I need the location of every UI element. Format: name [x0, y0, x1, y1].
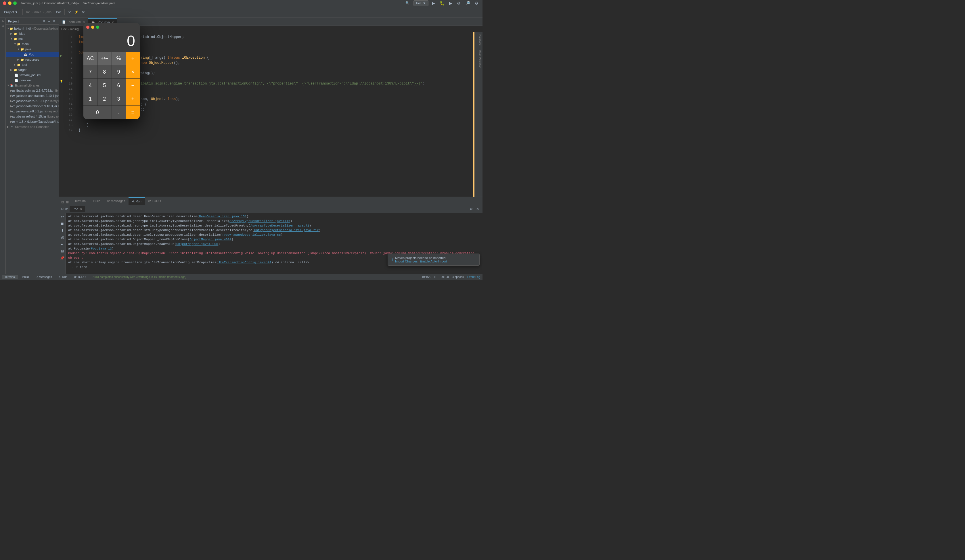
sync-btn[interactable]: ⟳	[67, 10, 72, 14]
run-poc-tab[interactable]: Poc ✕	[70, 206, 85, 212]
rerun-btn[interactable]: ↩	[61, 214, 64, 219]
tree-item-poc[interactable]: ☕ Poc	[6, 52, 59, 57]
calc-decimal-btn[interactable]: .	[112, 106, 126, 119]
gear-btn[interactable]: ⚙	[81, 10, 86, 14]
pin-btn[interactable]: 📌	[59, 256, 65, 261]
calc-close-btn[interactable]	[86, 26, 90, 29]
tree-item-ext-libs[interactable]: ▼ 📚 External Libraries	[6, 83, 59, 88]
settings-button[interactable]: ⚙	[474, 0, 479, 7]
calc-2-btn[interactable]: 2	[98, 92, 111, 106]
print-btn[interactable]: 🖨	[60, 235, 65, 240]
calc-equals-btn[interactable]: =	[126, 106, 140, 119]
calc-ac-btn[interactable]: AC	[83, 52, 97, 65]
calc-plus-btn[interactable]: +	[126, 92, 140, 106]
calc-divide-btn[interactable]: ÷	[126, 52, 140, 65]
calc-7-btn[interactable]: 7	[83, 65, 97, 78]
fold-btn[interactable]: ⊟	[61, 249, 64, 254]
console-link[interactable]: ObjectMapper.java:3005	[176, 242, 218, 246]
console-link[interactable]: TypeWrappedDeserializer.java:68	[222, 233, 281, 237]
scrollbar[interactable]	[474, 32, 477, 197]
breadcrumb-poc[interactable]: Poc	[61, 27, 67, 31]
run-settings-btn[interactable]: ⚙	[468, 206, 474, 212]
tree-item-lib-jackson-ann[interactable]: ▶ 🗃 jackson-annotations-2.10.1.jar libra…	[6, 93, 59, 98]
tree-item-src[interactable]: ▼ 📁 src	[6, 36, 59, 41]
build-status-tab[interactable]: Build	[20, 275, 31, 279]
event-log-link[interactable]: Event Log	[467, 275, 480, 279]
maximize-button[interactable]	[13, 2, 17, 5]
tree-item-java[interactable]: ▼ 📁 java	[6, 47, 59, 52]
tree-item-scratches[interactable]: ▶ ✏ Scratches and Consoles	[6, 124, 59, 129]
bean-validation-tab[interactable]: Bean Validation	[478, 48, 482, 70]
calc-9-btn[interactable]: 9	[112, 65, 126, 78]
tree-item-pom[interactable]: 📄 pom.xml	[6, 78, 59, 83]
calc-0-btn[interactable]: 0	[83, 106, 111, 119]
breadcrumb-main[interactable]: main()	[70, 27, 79, 31]
calc-maximize-btn[interactable]	[96, 26, 99, 29]
run-config-selector[interactable]: Poc ▼	[414, 0, 429, 6]
calc-4-btn[interactable]: 4	[83, 79, 97, 92]
tree-item-lib-jdk[interactable]: ▶ 🗃 < 1.8 > /Library/Java/JavaVirtualMac…	[6, 119, 59, 124]
console-link[interactable]: ObjectMapper.java:4014	[190, 238, 231, 241]
calc-minimize-btn[interactable]	[91, 26, 94, 29]
bulb-gutter-10[interactable]: 💡	[59, 79, 64, 84]
calc-8-btn[interactable]: 8	[98, 65, 111, 78]
tab-close-pom[interactable]: ✕	[83, 20, 85, 24]
enable-auto-import-link[interactable]: Enable Auto-Import	[420, 260, 447, 263]
close-button[interactable]	[3, 2, 7, 5]
tree-item-lib-xbean[interactable]: ▶ 🗃 xbean-reflect-4.15.jar library root	[6, 114, 59, 119]
panel-filter-btn[interactable]: ≡	[47, 19, 51, 23]
build-tab[interactable]: Build	[90, 197, 104, 205]
console-link[interactable]: AsArrayTypeDeserializer.java:71	[250, 224, 309, 227]
coverage-button[interactable]: ▶	[448, 0, 453, 7]
search-button[interactable]: 🔎	[464, 0, 471, 7]
console-link[interactable]: UntypedObjectDeserializer.java:712	[254, 229, 319, 232]
panel-close-btn[interactable]: ✕	[52, 19, 56, 23]
tree-item-test[interactable]: ▶ 📁 test	[6, 62, 59, 67]
run-button[interactable]: ▶	[431, 0, 436, 7]
debug-button[interactable]: 🐛	[438, 0, 446, 7]
tab-pom-xml[interactable]: 📄 pom.xml ✕	[59, 18, 88, 26]
calc-1-btn[interactable]: 1	[83, 92, 97, 106]
project-icon[interactable]: P	[1, 19, 5, 23]
panel-gear-btn[interactable]: ⚙	[42, 19, 46, 23]
tree-item-lib-ibatis[interactable]: ▶ 🗃 ibatis-sqlmap-2.3.4.726.jar library …	[6, 88, 59, 93]
todo-tab[interactable]: 8: TODO	[145, 197, 165, 205]
database-tab[interactable]: Database	[478, 32, 482, 48]
messages-tab[interactable]: 0: Messages	[104, 197, 129, 205]
terminal-tab[interactable]: Terminal	[71, 197, 90, 205]
run-tab-close-icon[interactable]: ✕	[80, 207, 82, 211]
calc-multiply-btn[interactable]: ×	[126, 65, 140, 78]
console-link[interactable]: BeanDeserializer.java:151	[199, 215, 247, 218]
calc-percent-btn[interactable]: %	[112, 52, 126, 65]
run-close-btn[interactable]: ✕	[475, 206, 480, 212]
project-dropdown[interactable]: Project ▼	[2, 9, 20, 15]
console-link[interactable]: JtaTransactionConfig.java:49	[218, 261, 272, 264]
calc-5-btn[interactable]: 5	[98, 79, 111, 92]
calc-minus-btn[interactable]: −	[126, 79, 140, 92]
calc-3-btn[interactable]: 3	[112, 92, 126, 106]
soft-wrap-btn[interactable]: ↵	[61, 242, 64, 247]
tree-item-main[interactable]: ▼ 📁 main	[6, 41, 59, 47]
tree-item-root[interactable]: ▼ 📁 faxtxml_jndi ~/Downloads/faxtxml_jnd…	[6, 26, 59, 31]
terminal-status-tab[interactable]: Terminal	[2, 275, 18, 279]
calc-plusminus-btn[interactable]: +/−	[98, 52, 111, 65]
todo-status-tab[interactable]: 8: TODO	[72, 275, 88, 279]
tree-item-lib-jackson-core[interactable]: ▶ 🗃 jackson-core-2.10.1.jar library root	[6, 98, 59, 103]
calc-6-btn[interactable]: 6	[112, 79, 126, 92]
run-tab-nav[interactable]: 4: Run	[129, 197, 145, 205]
poc-main-link[interactable]: Poc.java:13	[91, 247, 112, 250]
run-gutter-arrow-5[interactable]: ▶	[59, 53, 64, 58]
import-changes-link[interactable]: Import Changes	[395, 260, 417, 263]
run-status-tab[interactable]: 4: Run	[57, 275, 70, 279]
tree-item-iml[interactable]: 📄 faxtxml_jndi.iml	[6, 72, 59, 78]
minimize-button[interactable]	[8, 2, 11, 5]
search-everywhere-btn[interactable]: 🔍	[404, 0, 411, 6]
tree-item-lib-javaee[interactable]: ▶ 🗃 javaee-api-8.0.1.jar library root	[6, 109, 59, 114]
messages-status-tab[interactable]: 0: Messages	[33, 275, 54, 279]
profiler-button[interactable]: ⚙	[456, 0, 462, 7]
tree-item-target[interactable]: ▶ 📁 target	[6, 67, 59, 72]
tree-item-resources[interactable]: ▶ 📁 resources	[6, 57, 59, 62]
tree-item-idea[interactable]: ▶ 📁 .idea	[6, 31, 59, 36]
panel-collapse-btn[interactable]: ⊞	[65, 200, 70, 205]
console-link[interactable]: AsArrayTypeDeserializer.java:116	[229, 219, 290, 223]
